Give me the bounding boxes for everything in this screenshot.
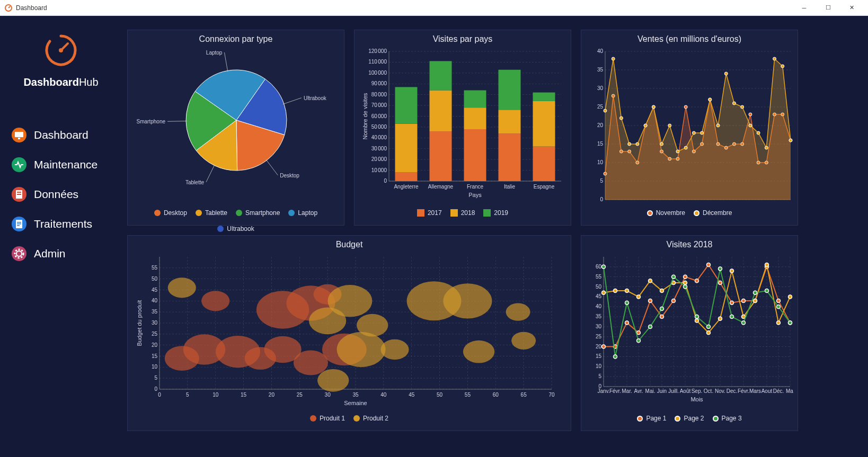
close-button[interactable]: ✕	[840, 0, 864, 16]
nav-label: Maintenance	[34, 158, 98, 171]
svg-rect-4	[15, 132, 23, 137]
svg-text:Angleterre: Angleterre	[394, 184, 419, 190]
svg-point-324	[637, 339, 641, 343]
svg-point-318	[765, 263, 769, 267]
nav-item-dashboard[interactable]: Dashboard	[10, 120, 112, 150]
svg-point-295	[695, 279, 699, 283]
svg-point-123	[636, 142, 639, 146]
svg-text:40: 40	[152, 298, 158, 303]
monitor-icon	[12, 128, 26, 142]
svg-text:Tablette: Tablette	[185, 180, 204, 185]
svg-text:35: 35	[352, 392, 359, 398]
svg-text:45: 45	[596, 293, 602, 299]
card-connexion: Connexion par type UltrabookDesktopTable…	[127, 30, 344, 226]
svg-text:Janv.: Janv.	[597, 388, 609, 394]
svg-text:Déc.: Déc.	[773, 388, 784, 394]
bubble-chart: 0510152025303540455055051015202530354045…	[133, 252, 557, 410]
svg-point-212	[168, 277, 196, 298]
svg-point-311	[684, 281, 687, 285]
svg-text:Août: Août	[680, 388, 691, 394]
svg-line-15	[283, 98, 302, 104]
gear-icon	[12, 246, 26, 261]
svg-line-17	[266, 159, 278, 175]
svg-text:60: 60	[493, 392, 499, 398]
minimize-button[interactable]: ─	[792, 0, 816, 16]
svg-point-127	[668, 124, 671, 127]
svg-point-209	[294, 351, 328, 375]
maximize-button[interactable]: ☐	[816, 0, 840, 16]
nav: DashboardMaintenanceDonnéesTraitementsAd…	[0, 120, 122, 268]
svg-text:Oct.: Oct.	[704, 388, 713, 394]
svg-point-138	[757, 131, 760, 135]
doc-icon	[12, 217, 26, 231]
nav-label: Traitements	[34, 218, 92, 230]
card-title-connexion: Connexion par type	[133, 34, 339, 44]
area-chart: 0510152025303540	[587, 46, 793, 205]
svg-point-223	[506, 303, 530, 321]
svg-text:10: 10	[212, 392, 219, 398]
svg-text:50: 50	[596, 284, 602, 290]
card-visites-pays: Visites par pays 010 00020 00030 00040 0…	[354, 30, 571, 226]
svg-text:5: 5	[598, 373, 601, 379]
legend-item: 2017	[417, 209, 442, 217]
svg-text:20 000: 20 000	[371, 156, 387, 162]
svg-rect-12	[17, 225, 20, 226]
nav-item-admin[interactable]: Admin	[10, 239, 112, 268]
svg-text:0: 0	[384, 178, 387, 184]
svg-point-207	[201, 291, 229, 311]
svg-rect-72	[533, 93, 555, 101]
legend-item: Laptop	[288, 209, 317, 217]
svg-point-134	[724, 72, 728, 75]
svg-point-329	[695, 315, 699, 319]
svg-text:30: 30	[325, 392, 331, 398]
svg-rect-60	[430, 61, 452, 90]
bubble-legend: Produit 1Produit 2	[133, 415, 565, 422]
svg-point-337	[789, 321, 792, 325]
nav-item-traitements[interactable]: Traitements	[10, 209, 112, 239]
svg-point-214	[327, 285, 372, 317]
svg-text:120 000: 120 000	[368, 48, 387, 54]
svg-point-139	[765, 146, 768, 149]
svg-point-335	[765, 289, 769, 293]
svg-point-222	[511, 332, 536, 350]
svg-text:30: 30	[597, 85, 604, 91]
nav-item-données[interactable]: Données	[10, 180, 112, 209]
pie-legend: DesktopTabletteSmartphoneLaptopUltrabook	[133, 209, 339, 232]
svg-rect-59	[430, 91, 452, 132]
svg-text:Nov.: Nov.	[715, 388, 725, 394]
svg-text:10: 10	[597, 159, 604, 165]
main-grid: Connexion par type UltrabookDesktopTable…	[122, 16, 868, 457]
svg-text:Mars: Mars	[749, 388, 761, 394]
svg-point-325	[649, 325, 652, 328]
svg-text:5: 5	[154, 375, 157, 381]
svg-point-297	[719, 281, 722, 285]
svg-line-3	[61, 43, 68, 50]
svg-point-323	[625, 301, 629, 304]
svg-text:45: 45	[152, 287, 158, 293]
logo: DashboardHub	[23, 32, 98, 88]
legend-item: Ultrabook	[217, 225, 254, 232]
svg-text:70 000: 70 000	[371, 102, 387, 108]
svg-text:40: 40	[597, 48, 604, 54]
svg-text:Desktop: Desktop	[280, 173, 299, 178]
line-chart: 051015202530354045505560Janv.Févr.Mar.Av…	[587, 252, 793, 410]
svg-text:35: 35	[152, 309, 158, 315]
svg-text:45: 45	[409, 392, 415, 398]
svg-point-306	[625, 289, 629, 293]
svg-text:0: 0	[600, 196, 603, 202]
svg-text:Dec.: Dec.	[727, 388, 738, 394]
svg-point-298	[730, 301, 734, 304]
svg-text:20: 20	[269, 392, 275, 398]
svg-point-287	[602, 345, 606, 348]
svg-point-133	[716, 124, 720, 127]
svg-text:25: 25	[297, 392, 303, 398]
svg-text:Budget du produit: Budget du produit	[136, 300, 143, 346]
svg-rect-68	[499, 70, 521, 110]
svg-rect-71	[533, 101, 555, 147]
svg-text:Avr.: Avr.	[634, 388, 643, 394]
svg-text:60: 60	[596, 264, 602, 270]
nav-item-maintenance[interactable]: Maintenance	[10, 150, 112, 180]
svg-text:Mai.: Mai.	[645, 388, 656, 394]
app-icon	[4, 4, 13, 12]
svg-text:55: 55	[152, 265, 158, 271]
